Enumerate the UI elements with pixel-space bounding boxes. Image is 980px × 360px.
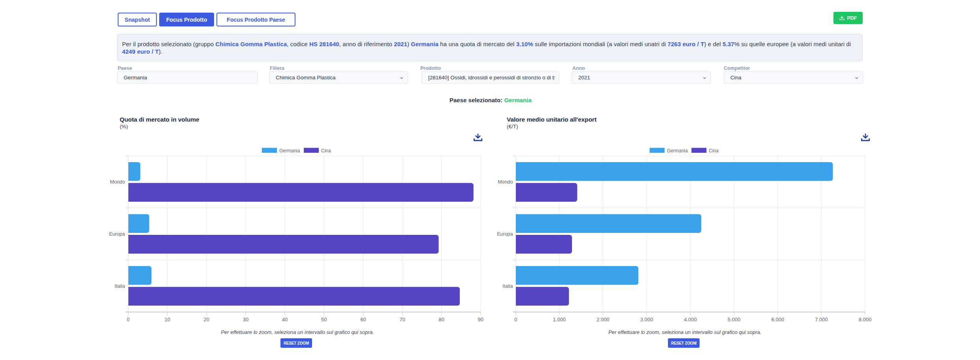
svg-text:Europa: Europa — [109, 231, 125, 237]
svg-text:30: 30 — [243, 317, 248, 322]
svg-text:0: 0 — [514, 317, 517, 322]
svg-text:Germania: Germania — [667, 148, 688, 154]
svg-text:0: 0 — [127, 317, 130, 322]
svg-text:90: 90 — [478, 317, 483, 322]
svg-text:8.000: 8.000 — [859, 317, 872, 322]
svg-text:5.000: 5.000 — [728, 317, 741, 322]
svg-text:40: 40 — [282, 317, 288, 322]
svg-text:2.000: 2.000 — [596, 317, 609, 322]
svg-text:Mondo: Mondo — [498, 179, 513, 185]
svg-text:10: 10 — [164, 317, 170, 322]
svg-text:Cina: Cina — [709, 148, 719, 154]
svg-text:20: 20 — [204, 317, 209, 322]
svg-text:6.000: 6.000 — [771, 317, 784, 322]
svg-text:70: 70 — [399, 317, 405, 322]
svg-text:Mondo: Mondo — [110, 179, 125, 185]
svg-text:3.000: 3.000 — [640, 317, 653, 322]
svg-text:1.000: 1.000 — [553, 317, 566, 322]
svg-text:Italia: Italia — [115, 283, 125, 289]
svg-text:Italia: Italia — [502, 283, 513, 289]
svg-text:60: 60 — [360, 317, 366, 322]
svg-text:Europa: Europa — [497, 231, 513, 237]
svg-text:Germania: Germania — [279, 148, 300, 154]
svg-text:80: 80 — [439, 317, 444, 322]
svg-text:7.000: 7.000 — [815, 317, 828, 322]
svg-text:50: 50 — [321, 317, 327, 322]
svg-text:4.000: 4.000 — [684, 317, 697, 322]
svg-text:Cina: Cina — [321, 148, 331, 154]
